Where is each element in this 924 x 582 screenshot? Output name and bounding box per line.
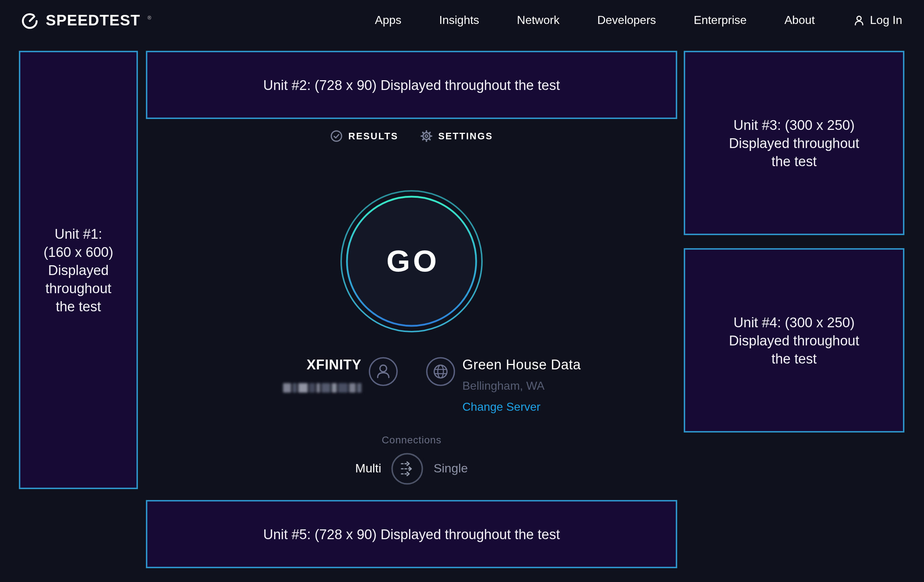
nav-menu: Apps Insights Network Developers Enterpr…	[375, 14, 902, 27]
connections-label: Connections	[146, 434, 677, 445]
logo-text: SPEEDTEST	[46, 12, 140, 29]
logo-trademark: ®	[148, 15, 151, 20]
ad-unit-4[interactable]: Unit #4: (300 x 250) Displayed throughou…	[684, 248, 904, 432]
go-button-label: GO	[339, 189, 484, 334]
gear-icon	[420, 130, 432, 142]
tab-results[interactable]: RESULTS	[330, 130, 398, 142]
top-nav: SPEEDTEST ® Apps Insights Network Develo…	[0, 0, 924, 41]
isp-user-icon	[369, 357, 398, 386]
isp-name: XFINITY	[232, 357, 361, 373]
tabs-bar: RESULTS	[146, 130, 677, 142]
connections-toggle[interactable]	[392, 453, 424, 485]
user-icon	[853, 14, 865, 26]
connections-single-label: Single	[434, 462, 468, 476]
nav-login-label: Log In	[870, 14, 902, 27]
speedtest-page: SPEEDTEST ® Apps Insights Network Develo…	[0, 0, 924, 582]
isp-info: XFINITY	[232, 357, 361, 393]
speedtest-logo[interactable]: SPEEDTEST ®	[20, 11, 151, 30]
nav-item-about[interactable]: About	[784, 14, 815, 27]
nav-item-apps[interactable]: Apps	[375, 14, 401, 27]
ad-unit-3[interactable]: Unit #3: (300 x 250) Displayed throughou…	[684, 51, 904, 235]
nav-item-enterprise[interactable]: Enterprise	[694, 14, 747, 27]
ad-unit-2[interactable]: Unit #2: (728 x 90) Displayed throughout…	[146, 51, 677, 119]
ad-unit-5-text: Unit #5: (728 x 90) Displayed throughout…	[263, 525, 560, 543]
tab-results-label: RESULTS	[348, 130, 398, 142]
nav-item-network[interactable]: Network	[517, 14, 559, 27]
server-globe-icon	[426, 357, 455, 386]
ad-unit-1[interactable]: Unit #1: (160 x 600) Displayed throughou…	[19, 51, 138, 489]
ad-unit-4-text: Unit #4: (300 x 250) Displayed throughou…	[729, 313, 859, 368]
tab-settings-label: SETTINGS	[438, 130, 493, 142]
server-name: Green House Data	[462, 357, 581, 373]
ip-address-redacted	[232, 383, 361, 393]
ad-unit-2-text: Unit #2: (728 x 90) Displayed throughout…	[263, 76, 560, 94]
nav-item-developers[interactable]: Developers	[597, 14, 656, 27]
change-server-link[interactable]: Change Server	[462, 401, 540, 414]
ad-unit-3-text: Unit #3: (300 x 250) Displayed throughou…	[729, 116, 859, 170]
nav-login-button[interactable]: Log In	[853, 14, 902, 27]
tab-settings[interactable]: SETTINGS	[420, 130, 493, 142]
connections-row: Multi Single	[146, 453, 677, 485]
server-info: Green House Data Bellingham, WA Change S…	[462, 357, 581, 414]
check-circle-icon	[330, 130, 343, 142]
go-button[interactable]: GO	[339, 189, 484, 334]
ad-unit-5[interactable]: Unit #5: (728 x 90) Displayed throughout…	[146, 500, 677, 568]
speedtest-gauge-icon	[20, 11, 39, 30]
nav-item-insights[interactable]: Insights	[439, 14, 479, 27]
server-location: Bellingham, WA	[462, 379, 581, 392]
connections-multi-label: Multi	[355, 462, 381, 476]
ad-unit-1-text: Unit #1: (160 x 600) Displayed throughou…	[43, 224, 113, 315]
